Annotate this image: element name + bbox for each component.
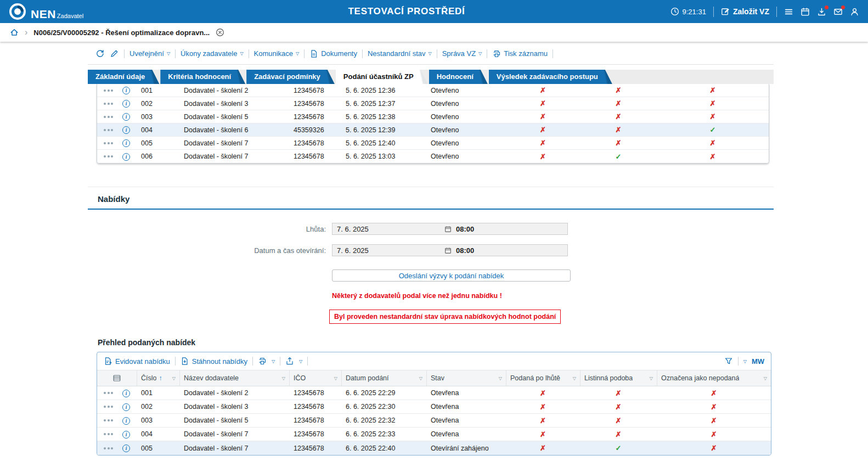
row-menu-icon[interactable] — [97, 406, 118, 408]
chevron-down-icon[interactable]: ▽ — [299, 359, 302, 364]
row-info-icon[interactable]: i — [118, 86, 137, 94]
table-row[interactable]: i 003 Dodavatel - školení 5 12345678 6. … — [97, 414, 771, 428]
otevirani-field[interactable]: 7. 6. 2025 08:00 — [332, 244, 568, 256]
tab[interactable]: Hodnocení — [429, 70, 488, 84]
export-icon[interactable] — [285, 357, 294, 366]
downloads-icon[interactable] — [817, 7, 826, 16]
row-menu-icon[interactable] — [97, 447, 118, 449]
messages-icon[interactable] — [833, 7, 843, 16]
row-info-icon[interactable]: i — [118, 417, 137, 425]
table-row[interactable]: i 001 Dodavatel - školení 2 12345678 6. … — [97, 386, 771, 400]
column-header[interactable]: Stav ↑ ▽ — [426, 370, 506, 386]
filter-caret-icon[interactable]: ▽ — [764, 376, 767, 381]
close-record-icon[interactable] — [216, 28, 224, 37]
cell-oznacena-nepodana: ✗ — [657, 139, 769, 147]
row-menu-icon[interactable] — [97, 89, 118, 92]
row-info-icon[interactable]: i — [118, 444, 137, 452]
tab[interactable]: Podání účastníků ZP — [336, 70, 428, 84]
menu-sprava-vz[interactable]: Správa VZ▽ — [442, 49, 482, 58]
tab[interactable]: Základní údaje — [88, 70, 159, 84]
brand-name: NEN — [31, 8, 56, 20]
filter-caret-icon[interactable]: ▽ — [573, 376, 576, 381]
filter-caret-icon[interactable]: ▽ — [172, 376, 176, 381]
menu-icon[interactable] — [784, 7, 793, 16]
table-row[interactable]: i 002 Dodavatel - školení 3 12345678 5. … — [97, 97, 769, 110]
table-row[interactable]: i 005 Dodavatel - školení 7 12345678 6. … — [97, 441, 771, 455]
row-menu-icon[interactable] — [97, 433, 118, 435]
table-row[interactable]: i 004 Dodavatel - školení 6 45359326 5. … — [97, 123, 769, 137]
home-icon[interactable] — [10, 28, 19, 37]
filter-caret-icon[interactable]: ▽ — [499, 376, 502, 381]
tab[interactable]: Výsledek zadávacího postupu — [489, 70, 612, 84]
filter-caret-icon[interactable]: ▽ — [419, 376, 422, 381]
menu-tisk-zaznamu[interactable]: Tisk záznamu — [492, 49, 548, 58]
table-row[interactable]: i 004 Dodavatel - školení 7 12345678 6. … — [97, 428, 771, 441]
filter-caret-icon[interactable]: ▽ — [282, 376, 285, 381]
chevron-down-icon[interactable]: ▽ — [272, 359, 275, 364]
menu-dokumenty[interactable]: Dokumenty — [309, 49, 357, 58]
row-info-icon[interactable]: i — [118, 430, 137, 438]
column-header[interactable]: Název dodavatele ↑ ▽ — [179, 370, 289, 386]
menu-uverejneni[interactable]: Uveřejnění▽ — [129, 49, 170, 58]
calendar-icon[interactable] — [444, 226, 452, 233]
row-menu-icon[interactable] — [97, 392, 118, 394]
menu-komunikace[interactable]: Komunikace▽ — [254, 49, 300, 58]
column-header[interactable]: IČO ↑ ▽ — [289, 370, 341, 386]
history-icon[interactable] — [95, 49, 105, 58]
table-row[interactable]: i 006 Dodavatel - školení 7 12345678 5. … — [97, 150, 769, 163]
tab[interactable]: Kritéria hodnocení — [160, 70, 245, 84]
send-call-for-offers-button[interactable]: Odeslání výzvy k podání nabídek — [332, 269, 571, 282]
edit-icon[interactable] — [110, 49, 119, 58]
lhuta-time-input[interactable]: 08:00 — [456, 225, 563, 233]
table-row[interactable]: i 001 Dodavatel - školení 2 12345678 5. … — [97, 84, 769, 97]
print-icon[interactable] — [258, 357, 267, 366]
row-info-icon[interactable]: i — [118, 113, 137, 121]
breadcrumb-item[interactable]: N006/25/V00005292 - Řešení optimalizace … — [33, 29, 210, 37]
filter-icon[interactable] — [724, 357, 733, 366]
cell-stav: Otevřeno — [426, 113, 506, 121]
row-menu-icon[interactable] — [97, 116, 118, 118]
row-menu-icon[interactable] — [97, 103, 118, 105]
column-header[interactable]: Listinná podoba ↑ ▽ — [580, 370, 657, 386]
row-menu-icon[interactable] — [97, 155, 118, 158]
column-header[interactable]: Datum podání ↑ ▽ — [341, 370, 426, 386]
cell-listinna-podoba: ✓ — [580, 153, 657, 161]
record-toolbar: Uveřejnění▽ Úkony zadavatele▽ Komunikace… — [88, 42, 774, 65]
otevirani-time-input[interactable]: 08:00 — [456, 246, 563, 255]
create-vz-button[interactable]: Založit VZ — [721, 7, 769, 16]
row-info-icon[interactable]: i — [118, 99, 137, 108]
section-title-nabidky: Nabídky — [88, 187, 774, 209]
user-icon[interactable] — [850, 7, 859, 16]
table-row[interactable]: i 003 Dodavatel - školení 5 12345678 5. … — [97, 110, 769, 123]
column-header[interactable]: Označena jako nepodaná ↑ ▽ — [657, 370, 771, 386]
chevron-down-icon[interactable]: ▽ — [743, 359, 747, 364]
row-menu-icon[interactable] — [97, 129, 118, 131]
otevirani-date-input[interactable]: 7. 6. 2025 — [337, 246, 444, 255]
filter-caret-icon[interactable]: ▽ — [334, 376, 337, 381]
calendar-icon[interactable] — [444, 247, 452, 254]
row-menu-icon[interactable] — [97, 142, 118, 144]
row-info-icon[interactable]: i — [118, 389, 137, 397]
mw-toggle[interactable]: MW — [752, 357, 764, 366]
menu-nestandardni-stav[interactable]: Nestandardní stav▽ — [368, 49, 432, 58]
nen-logo-icon[interactable] — [9, 3, 26, 20]
sort-asc-icon[interactable]: ↑ — [159, 374, 162, 382]
column-header[interactable]: Podaná po lhůtě ↑ ▽ — [506, 370, 580, 386]
row-menu-icon[interactable] — [97, 419, 118, 421]
column-header[interactable]: Číslo ↑ ▽ — [137, 370, 179, 386]
stahnout-nabidky-button[interactable]: Stáhnout nabídky — [181, 357, 247, 366]
row-info-icon[interactable]: i — [118, 126, 137, 134]
lhuta-field[interactable]: 7. 6. 2025 08:00 — [332, 223, 568, 235]
table-settings-icon[interactable] — [97, 370, 137, 386]
row-info-icon[interactable]: i — [118, 403, 137, 411]
row-info-icon[interactable]: i — [118, 139, 137, 147]
tab[interactable]: Zadávací podmínky — [246, 70, 335, 84]
table-row[interactable]: i 005 Dodavatel - školení 7 12345678 5. … — [97, 137, 769, 150]
evidovat-nabidku-button[interactable]: Evidovat nabídku — [104, 357, 170, 366]
row-info-icon[interactable]: i — [118, 153, 137, 161]
menu-ukony-zadavatele[interactable]: Úkony zadavatele▽ — [181, 49, 244, 58]
table-row[interactable]: i 002 Dodavatel - školení 3 12345678 6. … — [97, 400, 771, 414]
calendar-icon[interactable] — [801, 7, 810, 16]
filter-caret-icon[interactable]: ▽ — [650, 376, 653, 381]
lhuta-date-input[interactable]: 7. 6. 2025 — [337, 225, 444, 233]
